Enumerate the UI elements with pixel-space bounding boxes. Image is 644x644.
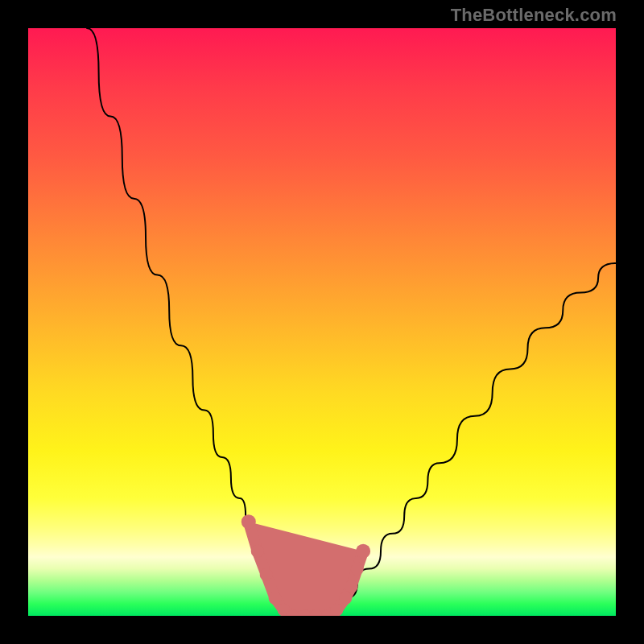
plot-area xyxy=(28,28,616,616)
chart-stage: TheBottleneck.com xyxy=(0,0,644,644)
data-marker xyxy=(345,580,358,593)
data-marker xyxy=(242,514,256,529)
data-marker xyxy=(339,592,352,605)
watermark-text: TheBottleneck.com xyxy=(451,5,617,26)
data-marker xyxy=(269,592,282,605)
data-marker xyxy=(260,568,273,581)
data-marker xyxy=(251,545,264,558)
curve-svg xyxy=(28,28,616,616)
bottleneck-curve xyxy=(87,28,616,616)
data-marker xyxy=(330,604,343,616)
marker-layer xyxy=(242,514,370,616)
data-marker xyxy=(356,544,370,559)
data-marker xyxy=(351,563,364,576)
